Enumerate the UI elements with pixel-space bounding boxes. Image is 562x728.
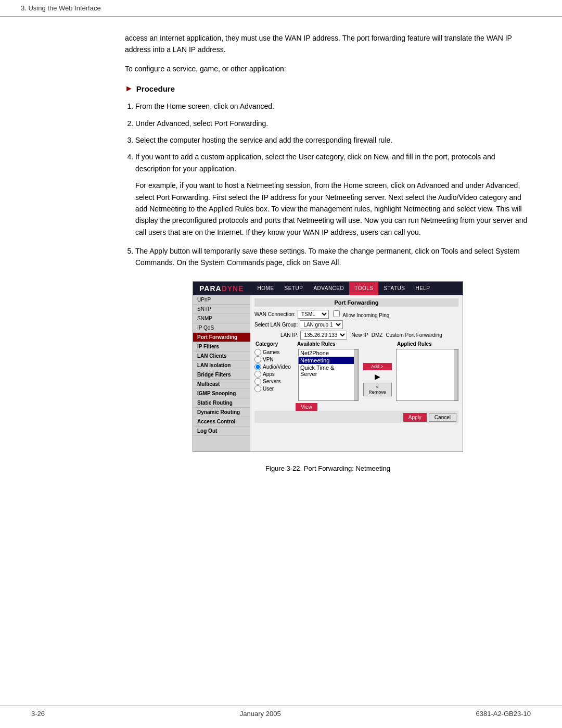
footer-doc-number: 6381-A2-GB23-10 (476, 710, 531, 718)
cat-user-radio[interactable] (254, 385, 261, 392)
ss-view-row: View (254, 403, 359, 411)
sidebar-item-portforwarding[interactable]: Port Forwarding (193, 333, 250, 342)
lan-group-select[interactable]: LAN group 1 (300, 320, 343, 329)
logo-dyne: DYNE (222, 284, 244, 293)
sidebar-item-sntp[interactable]: SNTP (193, 305, 250, 314)
ss-body: UPnP SNTP SNMP IP QoS Port Forwarding IP… (193, 295, 463, 451)
available-rules-scrollbar[interactable] (354, 349, 358, 400)
add-button[interactable]: Add > (363, 363, 392, 370)
nav-menu: HOME SETUP ADVANCED TOOLS STATUS HELP (252, 282, 436, 295)
procedure-list: From the Home screen, click on Advanced.… (135, 101, 531, 269)
nav-logo: PARADYNE (193, 282, 250, 295)
ss-sidebar: UPnP SNTP SNMP IP QoS Port Forwarding IP… (193, 295, 250, 451)
sidebar-item-multicast[interactable]: Multicast (193, 380, 250, 389)
ss-bottom-row: Apply Cancel (254, 411, 458, 423)
nav-tools[interactable]: TOOLS (349, 282, 378, 295)
nav-status[interactable]: STATUS (378, 282, 410, 295)
sidebar-item-staticrouting[interactable]: Static Routing (193, 398, 250, 408)
applied-rules-container (396, 349, 458, 401)
cat-servers[interactable]: Servers (254, 378, 296, 385)
new-ip-link[interactable]: New IP (351, 332, 368, 338)
page-footer: 3-26 January 2005 6381-A2-GB23-10 (0, 705, 562, 718)
cat-audiovideo[interactable]: Audio/Video (254, 363, 296, 370)
cat-vpn-radio[interactable] (254, 356, 261, 363)
wan-select[interactable]: TSML (298, 310, 329, 319)
cat-apps[interactable]: Apps (254, 371, 296, 378)
nav-home[interactable]: HOME (252, 282, 279, 295)
procedure-label: Procedure (136, 84, 175, 93)
nav-advanced[interactable]: ADVANCED (308, 282, 349, 295)
sidebar-item-snmp[interactable]: SNMP (193, 314, 250, 323)
nav-help[interactable]: HELP (410, 282, 435, 295)
cat-games[interactable]: Games (254, 349, 296, 356)
sidebar-item-logout[interactable]: Log Out (193, 426, 250, 436)
view-button[interactable]: View (296, 403, 317, 411)
available-rules-header: Available Rules (296, 341, 365, 347)
lan-ip-label: LAN IP: (280, 332, 298, 338)
ss-main-panel: Port Forwarding WAN Connection: TSML All… (250, 295, 463, 451)
sidebar-item-igmpsnooping[interactable]: IGMP Snooping (193, 389, 250, 398)
allow-ping-area: Allow Incoming Ping (333, 310, 389, 318)
intro-paragraph: access an Internet application, they mus… (125, 32, 531, 56)
ss-columns-header: Category Available Rules Applied Rules (254, 341, 458, 347)
ss-category-list: Games VPN Audio/Video Apps (254, 349, 296, 401)
procedure-arrow-icon: ► (125, 84, 133, 93)
procedure-heading: ► Procedure (125, 84, 531, 93)
figure-caption: Figure 3-22. Port Forwarding: Netmeeting (125, 465, 531, 472)
lan-ip-select[interactable]: 135.26.29.133 (300, 331, 347, 340)
step-3: Select the computer hosting the service … (135, 134, 531, 146)
note-paragraph: For example, if you want to host a Netme… (135, 180, 531, 238)
sidebar-item-ipfilters[interactable]: IP Filters (193, 342, 250, 352)
cat-apps-radio[interactable] (254, 371, 261, 378)
ss-page-title: Port Forwarding (254, 298, 458, 307)
nav-bar: PARADYNE HOME SETUP ADVANCED TOOLS STATU… (193, 282, 463, 295)
applied-rules-list (397, 349, 454, 400)
dmz-link[interactable]: DMZ (372, 332, 383, 338)
breadcrumb: 3. Using the Web Interface (21, 4, 101, 12)
sidebar-item-ipqos[interactable]: IP QoS (193, 323, 250, 333)
logo-para: PARA (199, 284, 222, 293)
step-4: If you want to add a custom application,… (135, 151, 531, 174)
step-1: From the Home screen, click on Advanced. (135, 101, 531, 112)
apply-button[interactable]: Apply (403, 413, 427, 422)
cat-user[interactable]: User (254, 385, 296, 392)
sidebar-item-dynamicrouting[interactable]: Dynamic Routing (193, 408, 250, 417)
footer-page-number: 3-26 (31, 710, 45, 718)
main-content: access an Internet application, they mus… (0, 17, 562, 498)
sidebar-item-bridgefilters[interactable]: Bridge Filters (193, 370, 250, 380)
rule-net2phone[interactable]: Net2Phone (299, 349, 354, 357)
lan-group-label: Select LAN Group: (254, 322, 298, 328)
cat-audiovideo-radio[interactable] (254, 363, 261, 370)
step-2: Under Advanced, select Port Forwarding. (135, 118, 531, 129)
category-header: Category (254, 341, 296, 347)
cat-servers-radio[interactable] (254, 378, 261, 385)
sidebar-item-lanisolation[interactable]: LAN Isolation (193, 361, 250, 370)
sidebar-item-accesscontrol[interactable]: Access Control (193, 417, 250, 426)
screenshot: PARADYNE HOME SETUP ADVANCED TOOLS STATU… (193, 281, 463, 452)
custom-pf-link[interactable]: Custom Port Forwarding (386, 332, 442, 338)
sidebar-item-lanclients[interactable]: LAN Clients (193, 352, 250, 361)
rule-quicktime[interactable]: Quick Time & Server (299, 364, 354, 378)
ss-lanip-row: LAN IP: 135.26.29.133 New IP DMZ Custom … (254, 331, 458, 340)
spacer (365, 341, 396, 347)
ss-middle-buttons: Add > ▶ < Remove (362, 349, 393, 411)
available-rules-list: Net2Phone Netmeeting Quick Time & Server (299, 349, 354, 400)
sidebar-item-upnp[interactable]: UPnP (193, 295, 250, 305)
footer-date: January 2005 (240, 710, 281, 718)
rule-netmeeting[interactable]: Netmeeting (299, 357, 354, 364)
nav-setup[interactable]: SETUP (279, 282, 309, 295)
step-5: The Apply button will temporarily save t… (135, 245, 531, 269)
ss-langroup-row: Select LAN Group: LAN group 1 (254, 320, 458, 329)
cursor-icon: ▶ (375, 372, 380, 381)
ss-wan-row: WAN Connection: TSML Allow Incoming Ping (254, 310, 458, 319)
ss-applied-rules (396, 349, 458, 411)
cat-games-radio[interactable] (254, 349, 261, 356)
ss-left-panel: Games VPN Audio/Video Apps (254, 349, 359, 411)
remove-button[interactable]: < Remove (363, 383, 392, 396)
applied-rules-scrollbar[interactable] (454, 349, 458, 400)
allow-ping-checkbox[interactable] (333, 310, 340, 317)
cancel-button[interactable]: Cancel (429, 413, 456, 422)
cat-vpn[interactable]: VPN (254, 356, 296, 363)
applied-rules-header: Applied Rules (396, 341, 458, 347)
ss-content-area: Games VPN Audio/Video Apps (254, 349, 458, 411)
